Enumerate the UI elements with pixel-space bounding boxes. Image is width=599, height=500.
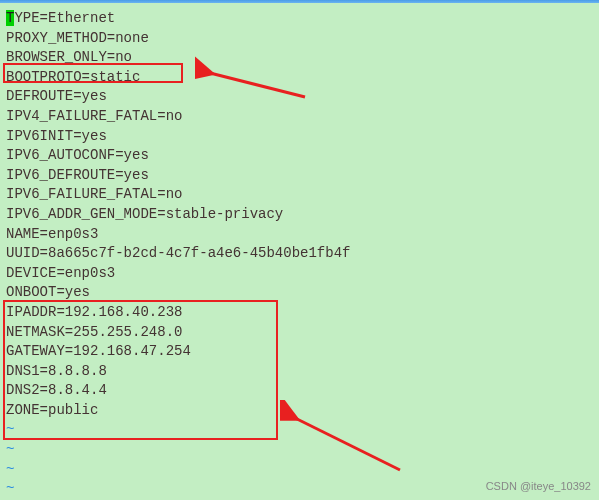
watermark: CSDN @iteye_10392 xyxy=(486,480,591,492)
config-line: IPV6_ADDR_GEN_MODE=stable-privacy xyxy=(6,205,593,225)
config-line: UUID=8a665c7f-b2cd-4c7f-a4e6-45b40be1fb4… xyxy=(6,244,593,264)
vim-tilde-line: ~ xyxy=(6,440,593,460)
config-line: IPV6INIT=yes xyxy=(6,127,593,147)
vim-tilde-line: ~ xyxy=(6,420,593,440)
config-line: ONBOOT=yes xyxy=(6,283,593,303)
terminal-content[interactable]: TYPE=EthernetPROXY_METHOD=noneBROWSER_ON… xyxy=(0,3,599,500)
config-line: NAME=enp0s3 xyxy=(6,225,593,245)
config-line: IPV6_DEFROUTE=yes xyxy=(6,166,593,186)
config-line: DNS2=8.8.4.4 xyxy=(6,381,593,401)
config-line: DEFROUTE=yes xyxy=(6,87,593,107)
config-line: PROXY_METHOD=none xyxy=(6,29,593,49)
config-line: NETMASK=255.255.248.0 xyxy=(6,323,593,343)
config-line: DEVICE=enp0s3 xyxy=(6,264,593,284)
config-line: IPV6_FAILURE_FATAL=no xyxy=(6,185,593,205)
vim-tilde-line: ~ xyxy=(6,460,593,480)
config-line: BROWSER_ONLY=no xyxy=(6,48,593,68)
config-line: TYPE=Ethernet xyxy=(6,9,593,29)
config-line: IPADDR=192.168.40.238 xyxy=(6,303,593,323)
config-line: DNS1=8.8.8.8 xyxy=(6,362,593,382)
config-line: BOOTPROTO=static xyxy=(6,68,593,88)
config-line: GATEWAY=192.168.47.254 xyxy=(6,342,593,362)
config-line: IPV6_AUTOCONF=yes xyxy=(6,146,593,166)
config-line: ZONE=public xyxy=(6,401,593,421)
cursor-icon: T xyxy=(6,10,14,26)
config-line: IPV4_FAILURE_FATAL=no xyxy=(6,107,593,127)
